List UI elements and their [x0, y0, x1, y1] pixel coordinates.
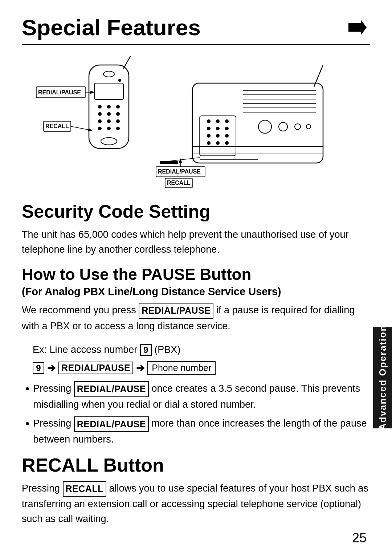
- svg-point-8: [98, 112, 102, 116]
- bullet-2-before: Pressing: [33, 418, 71, 429]
- svg-line-23: [71, 126, 91, 130]
- page-header: Special Features: [22, 15, 370, 40]
- svg-text:RECALL: RECALL: [167, 180, 191, 186]
- security-body: The unit has 65,000 codes which help pre…: [22, 227, 370, 257]
- example-flow: 9 ➔ REDIAL/PAUSE ➔ Phone number: [33, 361, 370, 375]
- svg-point-45: [258, 120, 271, 133]
- svg-point-11: [98, 119, 102, 123]
- svg-text:REDIAL/PAUSE: REDIAL/PAUSE: [158, 168, 201, 175]
- svg-rect-4: [94, 83, 123, 99]
- svg-point-3: [118, 79, 121, 82]
- arrow-icon: [348, 20, 367, 35]
- svg-line-53: [169, 158, 200, 161]
- svg-point-47: [295, 124, 301, 130]
- svg-point-40: [216, 134, 220, 138]
- svg-point-9: [107, 112, 111, 116]
- bullet-1-before: Pressing: [33, 383, 71, 394]
- svg-point-16: [116, 127, 120, 130]
- svg-point-41: [225, 134, 229, 138]
- header-underline: [22, 44, 370, 45]
- bullet-item-2: • Pressing REDIAL/PAUSE more than once i…: [25, 416, 370, 447]
- page-container: Special Features: [0, 0, 392, 554]
- pause-subtitle: (For Analog PBX Line/Long Distance Servi…: [22, 286, 370, 298]
- svg-point-10: [116, 112, 120, 116]
- recall-section: RECALL Button Pressing RECALL allows you…: [22, 454, 370, 526]
- phone-diagram: REDIAL/PAUSE RECALL: [33, 54, 359, 188]
- recall-title: RECALL Button: [22, 454, 370, 476]
- example-num-box: 9: [140, 344, 152, 356]
- security-section: Security Code Setting The unit has 65,00…: [22, 201, 370, 257]
- pause-title: How to Use the PAUSE Button: [22, 265, 370, 284]
- pause-intro-text: We recommend you press: [22, 305, 136, 315]
- bullet-list: • Pressing REDIAL/PAUSE once creates a 3…: [25, 381, 370, 447]
- page-number: 25: [352, 530, 367, 546]
- bullet-2-text: Pressing REDIAL/PAUSE more than once inc…: [33, 416, 370, 447]
- svg-point-34: [216, 119, 220, 123]
- bullet-item-1: • Pressing REDIAL/PAUSE once creates a 3…: [25, 381, 370, 412]
- phone-number-box: Phone number: [147, 361, 216, 375]
- recall-body: Pressing RECALL allows you to use specia…: [22, 481, 370, 526]
- recall-body-before: Pressing: [22, 483, 60, 494]
- diagram-area: REDIAL/PAUSE RECALL: [22, 52, 370, 190]
- svg-line-1: [123, 56, 131, 69]
- svg-point-2: [103, 71, 114, 77]
- redial-pause-btn-inline: REDIAL/PAUSE: [139, 303, 213, 319]
- svg-point-13: [116, 119, 120, 123]
- arrow-right-2: ➔: [136, 362, 144, 374]
- svg-point-33: [207, 119, 211, 123]
- recall-btn-inline: RECALL: [63, 481, 106, 497]
- flow-redial-btn: REDIAL/PAUSE: [58, 362, 133, 374]
- svg-point-6: [107, 105, 111, 109]
- svg-point-14: [98, 127, 102, 130]
- page-title: Special Features: [22, 15, 201, 40]
- bullet-dot-2: •: [25, 415, 29, 432]
- svg-point-48: [306, 125, 311, 129]
- pause-intro: We recommend you press REDIAL/PAUSE if a…: [22, 303, 370, 333]
- svg-point-36: [207, 127, 211, 130]
- example-line: Ex: Line access number 9 (PBX): [33, 342, 370, 358]
- svg-point-35: [225, 119, 229, 123]
- bullet-1-text: Pressing REDIAL/PAUSE once creates a 3.5…: [33, 381, 370, 412]
- bullet-1-btn: REDIAL/PAUSE: [74, 381, 149, 397]
- svg-rect-52: [160, 161, 178, 164]
- side-tab-text: Advanced Operation: [377, 325, 388, 430]
- svg-point-42: [207, 141, 211, 145]
- svg-point-17: [101, 138, 117, 145]
- svg-rect-24: [192, 83, 323, 163]
- svg-text:RECALL: RECALL: [45, 123, 69, 129]
- svg-text:REDIAL/PAUSE: REDIAL/PAUSE: [38, 89, 81, 95]
- security-title: Security Code Setting: [22, 201, 370, 222]
- bullet-2-btn: REDIAL/PAUSE: [74, 416, 149, 432]
- bullet-dot-1: •: [25, 380, 29, 397]
- svg-point-12: [107, 119, 111, 123]
- arrow-right-1: ➔: [47, 362, 56, 374]
- svg-point-5: [98, 105, 102, 109]
- svg-point-7: [116, 105, 120, 109]
- svg-point-43: [216, 141, 220, 145]
- example-pbx: (PBX): [154, 344, 180, 355]
- svg-point-39: [207, 134, 211, 138]
- svg-point-15: [107, 127, 111, 130]
- pause-section: How to Use the PAUSE Button (For Analog …: [22, 265, 370, 447]
- svg-point-44: [225, 141, 229, 145]
- svg-point-38: [225, 127, 229, 130]
- svg-point-37: [216, 127, 220, 130]
- svg-point-46: [279, 122, 287, 131]
- side-tab: Advanced Operation: [373, 327, 392, 428]
- example-label: Ex: Line access number: [33, 344, 137, 355]
- flow-num-box: 9: [33, 362, 44, 374]
